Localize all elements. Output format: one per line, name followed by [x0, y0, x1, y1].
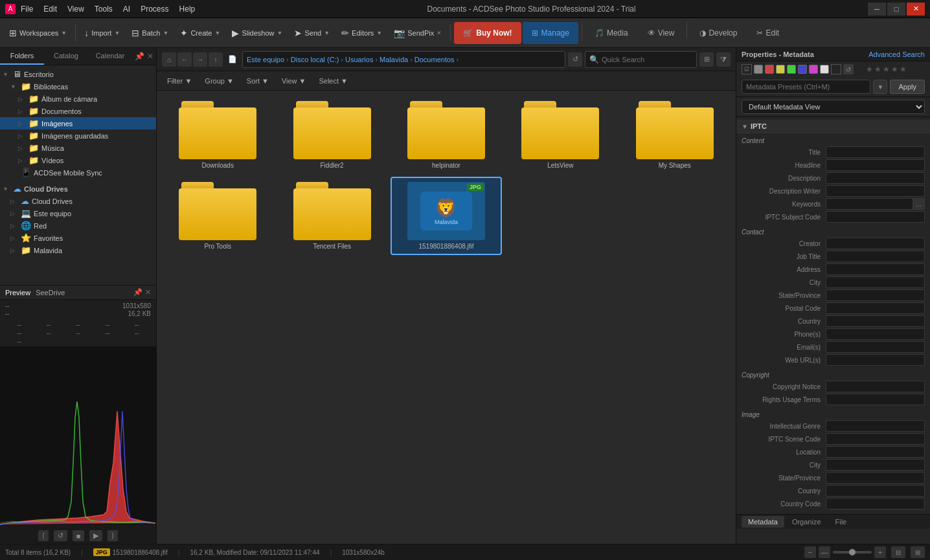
- file-item-jfif[interactable]: JPG 🦁 Malavida 1519801886408.jfif: [391, 177, 502, 255]
- zoom-slider[interactable]: [833, 551, 872, 554]
- color-flag-white[interactable]: [820, 65, 829, 74]
- bc-item-disco[interactable]: Disco local (C:): [291, 56, 339, 63]
- bc-item-usuarios[interactable]: Usuarios: [345, 56, 373, 63]
- maximize-button[interactable]: □: [887, 3, 905, 16]
- view-grid-button[interactable]: ⊞: [911, 546, 925, 558]
- nav-forward-button[interactable]: →: [193, 52, 207, 67]
- rights-usage-input[interactable]: [826, 394, 925, 405]
- editors-button[interactable]: ✏ Editors ▼: [336, 22, 387, 44]
- tab-metadata[interactable]: Metadata: [742, 516, 784, 528]
- state-input[interactable]: [826, 289, 925, 301]
- preview-prev-button[interactable]: ⟨: [38, 530, 49, 541]
- star-3[interactable]: ★: [883, 65, 890, 74]
- menu-tools[interactable]: Tools: [95, 5, 113, 14]
- tree-item-cloud[interactable]: ▷ ☁ Cloud Drives: [0, 195, 156, 207]
- view-tab[interactable]: 👁 View: [639, 22, 684, 44]
- tree-item-cloud-drives[interactable]: ▼ ☁ Cloud Drives: [0, 183, 156, 195]
- bc-item-malavida[interactable]: Malavida: [380, 56, 408, 63]
- edit-tab[interactable]: ✂ Edit: [747, 22, 788, 44]
- preview-refresh-button[interactable]: ↺: [54, 530, 67, 541]
- tree-item-malavida[interactable]: ▷ 📁 Malavida: [0, 244, 156, 256]
- country-image-input[interactable]: [826, 485, 925, 497]
- color-flag-none[interactable]: [831, 64, 841, 74]
- preset-dropdown-button[interactable]: ▼: [873, 80, 887, 94]
- advanced-search-link[interactable]: Advanced Search: [868, 50, 925, 58]
- color-flag-green[interactable]: [787, 65, 796, 74]
- nav-up-button[interactable]: ↑: [209, 52, 223, 67]
- tab-file[interactable]: File: [829, 516, 854, 528]
- file-item-helpinator[interactable]: helpinator: [391, 96, 502, 174]
- tree-item-musica[interactable]: ▷ 📁 Música: [0, 142, 156, 154]
- star-4[interactable]: ★: [891, 65, 898, 74]
- filter-button[interactable]: ⧩: [716, 52, 731, 67]
- tree-item-escritorio[interactable]: ▼ 🖥 Escritorio: [0, 68, 156, 80]
- tree-item-este-equipo[interactable]: ▷ 💻 Este equipo: [0, 207, 156, 219]
- postal-input[interactable]: [826, 302, 925, 314]
- color-flag-red[interactable]: [765, 65, 774, 74]
- menu-edit[interactable]: Edit: [43, 5, 57, 14]
- tree-item-imagenes[interactable]: ▷ 📁 Imágenes: [0, 117, 156, 129]
- import-button[interactable]: ↓ Import ▼: [79, 22, 125, 44]
- tab-organize[interactable]: Organize: [786, 516, 828, 528]
- city-input[interactable]: [826, 276, 925, 288]
- zoom-minus-button[interactable]: —: [819, 546, 830, 558]
- slideshow-button[interactable]: ▶ Slideshow ▼: [227, 22, 288, 44]
- view-toolbar-button[interactable]: View ▼: [277, 76, 312, 86]
- preview-play-button[interactable]: ▶: [89, 530, 102, 541]
- intellectual-genre-input[interactable]: [826, 420, 925, 432]
- close-icon[interactable]: ✕: [145, 288, 151, 297]
- zoom-out-button[interactable]: −: [804, 546, 816, 558]
- iptc-section-header[interactable]: ▼ IPTC: [736, 120, 930, 133]
- zoom-plus-button[interactable]: +: [874, 546, 886, 558]
- menu-help[interactable]: Help: [179, 5, 196, 14]
- check-all[interactable]: ☑: [742, 64, 752, 74]
- nav-back-button[interactable]: ←: [177, 52, 192, 67]
- menu-file[interactable]: File: [21, 5, 33, 14]
- tree-item-videos[interactable]: ▷ 📁 Vídeos: [0, 154, 156, 166]
- star-1[interactable]: ★: [866, 65, 873, 74]
- city-image-input[interactable]: [826, 459, 925, 471]
- sendpix-button[interactable]: 📷 SendPix ✕: [389, 22, 447, 44]
- color-flag-purple[interactable]: [809, 65, 818, 74]
- address-input[interactable]: [826, 263, 925, 275]
- job-title-input[interactable]: [826, 251, 925, 262]
- panel-close-icon[interactable]: ✕: [147, 52, 153, 61]
- tab-calendar[interactable]: Calendar: [88, 48, 132, 65]
- email-input[interactable]: [826, 341, 925, 353]
- copyright-notice-input[interactable]: [826, 381, 925, 392]
- file-item-my-shapes[interactable]: My Shapes: [619, 96, 731, 174]
- menu-process[interactable]: Process: [141, 5, 168, 14]
- tree-item-imagenes-guardadas[interactable]: ▷ 📁 Imágenes guardadas: [0, 129, 156, 142]
- search-input[interactable]: [602, 56, 692, 63]
- media-tab[interactable]: 🎵 Media: [585, 22, 637, 44]
- color-flag-yellow[interactable]: [776, 65, 785, 74]
- preview-stop-button[interactable]: ■: [73, 530, 85, 541]
- buy-now-button[interactable]: 🛒 Buy Now!: [454, 22, 521, 44]
- tree-item-album[interactable]: ▷ 📁 Álbum de cámara: [0, 93, 156, 105]
- tree-item-acdsee-mobile[interactable]: 📱 ACDSee Mobile Sync: [0, 166, 156, 179]
- minimize-button[interactable]: ─: [868, 3, 886, 16]
- menu-view[interactable]: View: [67, 5, 84, 14]
- star-5[interactable]: ★: [900, 65, 907, 74]
- search-arrow-button[interactable]: ⊞: [699, 52, 714, 67]
- tree-item-red[interactable]: ▷ 🌐 Red: [0, 219, 156, 232]
- keywords-button[interactable]: …: [913, 198, 925, 210]
- file-item-fiddler2[interactable]: Fiddler2: [276, 96, 387, 174]
- panel-pin-icon[interactable]: 📌: [135, 52, 144, 61]
- rotate-left-icon[interactable]: ↺: [843, 64, 854, 74]
- tree-item-documentos[interactable]: ▷ 📁 Documentos: [0, 105, 156, 117]
- file-item-letsview[interactable]: LetsView: [505, 96, 616, 174]
- sort-toolbar-button[interactable]: Sort ▼: [242, 76, 274, 86]
- location-input[interactable]: [826, 446, 925, 458]
- file-item-tencent[interactable]: Tencent Files: [276, 177, 387, 255]
- headline-input[interactable]: [826, 159, 925, 171]
- create-button[interactable]: ✦ Create ▼: [175, 22, 225, 44]
- iptc-scene-input[interactable]: [826, 433, 925, 445]
- metadata-preset-input[interactable]: [742, 80, 870, 94]
- keywords-input[interactable]: [826, 198, 913, 210]
- state-image-input[interactable]: [826, 472, 925, 484]
- tab-catalog[interactable]: Catalog: [44, 48, 88, 65]
- tab-preview[interactable]: Preview: [5, 289, 30, 297]
- star-2[interactable]: ★: [874, 65, 881, 74]
- tree-item-favorites[interactable]: ▷ ⭐ Favorites: [0, 232, 156, 244]
